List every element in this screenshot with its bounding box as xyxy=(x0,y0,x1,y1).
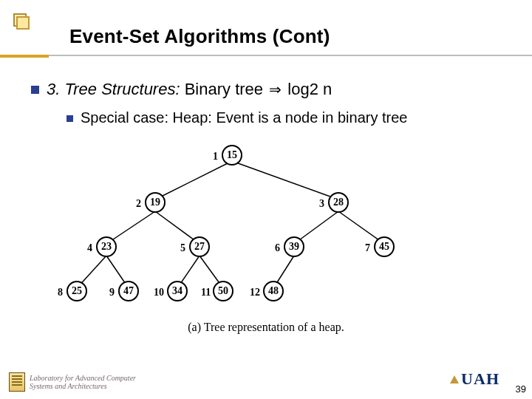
tree-node: 34 xyxy=(167,281,188,301)
heap-tree-diagram: 1 15 2 19 3 28 4 23 5 27 6 39 7 45 8 25 … xyxy=(52,140,466,310)
bullet-icon xyxy=(31,86,39,94)
figure-caption: (a) Tree representation of a heap. xyxy=(0,321,532,334)
svg-line-1 xyxy=(232,161,338,200)
tree-node: 48 xyxy=(263,281,284,301)
bullet-line-1: 3. Tree Structures: Binary tree ⇒ log2 n xyxy=(31,80,332,99)
node-index: 2 xyxy=(136,198,141,210)
lab-line-2: Systems and Architectures xyxy=(30,382,136,390)
lab-logo-icon xyxy=(9,372,25,392)
tree-node: 50 xyxy=(213,281,233,301)
implies-icon: ⇒ xyxy=(267,81,283,98)
uah-text: UAH xyxy=(461,369,499,389)
tree-node: 23 xyxy=(96,236,117,257)
node-index: 10 xyxy=(154,287,164,299)
uah-logo: UAH xyxy=(450,369,499,389)
bullet-icon xyxy=(66,115,73,122)
page-number: 39 xyxy=(516,383,526,395)
tree-node: 39 xyxy=(284,236,304,257)
node-index: 4 xyxy=(87,242,92,254)
tree-edges xyxy=(52,140,466,310)
lab-line-1: Laboratory for Advanced Computer xyxy=(30,374,136,382)
bullet-line-2: Special case: Heap: Event is a node in b… xyxy=(66,109,407,126)
node-index: 9 xyxy=(109,287,115,299)
tree-node: 27 xyxy=(189,236,210,257)
node-index: 7 xyxy=(365,242,370,254)
uah-triangle-icon xyxy=(450,375,459,383)
lab-label: Laboratory for Advanced Computer Systems… xyxy=(30,374,136,390)
node-index: 5 xyxy=(180,242,185,254)
node-index: 1 xyxy=(213,151,218,163)
svg-line-0 xyxy=(155,161,232,200)
tree-node: 45 xyxy=(374,236,395,257)
page-title: Event-Set Algorithms (Cont) xyxy=(69,25,330,48)
node-index: 11 xyxy=(201,287,211,299)
tree-node: 25 xyxy=(66,281,87,301)
tree-node: 15 xyxy=(222,145,242,166)
tree-node: 47 xyxy=(118,281,139,301)
line2-text: Special case: Heap: Event is a node in b… xyxy=(81,109,407,126)
corner-decoration xyxy=(13,13,31,31)
tree-node: 19 xyxy=(145,192,166,213)
node-index: 8 xyxy=(58,287,63,299)
tree-node: 28 xyxy=(328,192,349,213)
node-index: 6 xyxy=(275,242,280,254)
lab-footer: Laboratory for Advanced Computer Systems… xyxy=(9,372,136,392)
node-index: 3 xyxy=(319,198,324,210)
line1-italic: 3. Tree Structures: xyxy=(47,80,180,98)
title-underline xyxy=(0,55,532,58)
line1-post: log2 n xyxy=(283,80,332,98)
node-index: 12 xyxy=(250,287,260,299)
line1-plain: Binary tree xyxy=(180,80,268,98)
